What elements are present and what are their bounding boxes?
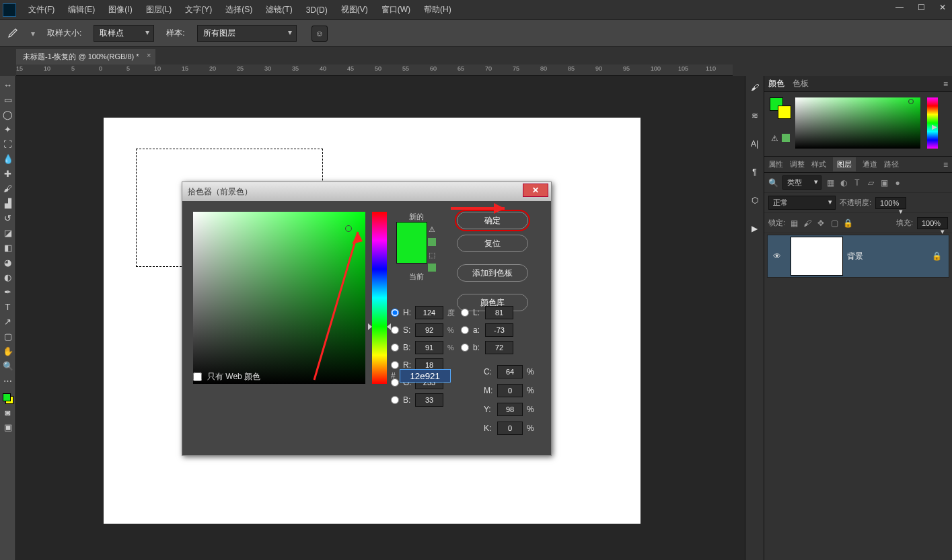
edit-toolbar-icon[interactable]: ⋯ <box>1 374 15 387</box>
radio-a[interactable] <box>461 326 469 334</box>
brushes-panel-icon[interactable]: ≋ <box>749 110 761 122</box>
hand-tool-icon[interactable]: ✋ <box>1 345 15 358</box>
tab-swatches[interactable]: 色板 <box>793 78 809 89</box>
web-only-checkbox[interactable] <box>193 372 202 381</box>
color-swatch[interactable] <box>3 393 13 404</box>
input-h[interactable] <box>415 306 443 319</box>
radio-l[interactable] <box>461 309 469 317</box>
tab-adjustments[interactable]: 调整 <box>790 159 805 169</box>
sample-size-dropdown[interactable]: 取样点 <box>94 25 154 42</box>
dialog-titlebar[interactable]: 拾色器（前景色） ✕ <box>182 182 551 201</box>
blur-tool-icon[interactable]: ◕ <box>1 256 15 269</box>
3d-panel-icon[interactable]: ⬡ <box>749 194 761 206</box>
filter-type-icon[interactable]: T <box>852 178 862 188</box>
filter-toggle-icon[interactable]: ● <box>893 178 902 188</box>
gamut-closest-swatch[interactable] <box>428 238 436 246</box>
layer-thumbnail[interactable] <box>791 237 843 276</box>
ok-button[interactable]: 确定 <box>457 212 528 229</box>
zoom-tool-icon[interactable]: 🔍 <box>1 360 15 372</box>
screen-mode-icon[interactable]: ▣ <box>1 421 15 434</box>
stamp-tool-icon[interactable]: ▟ <box>1 197 15 210</box>
input-lab-b[interactable] <box>485 341 513 354</box>
shape-tool-icon[interactable]: ▢ <box>1 330 15 343</box>
visibility-icon[interactable]: 👁 <box>768 251 786 261</box>
tab-styles[interactable]: 样式 <box>811 159 826 169</box>
menu-filter[interactable]: 滤镜(T) <box>259 1 299 18</box>
brush-tool-icon[interactable]: 🖌 <box>1 182 15 195</box>
close-icon[interactable]: ✕ <box>936 3 949 12</box>
hue-slider[interactable] <box>372 212 387 384</box>
marquee-tool-icon[interactable]: ▭ <box>1 93 15 106</box>
history-brush-icon[interactable]: ↺ <box>1 212 15 225</box>
menu-image[interactable]: 图像(I) <box>102 1 139 18</box>
wand-tool-icon[interactable]: ✦ <box>1 123 15 136</box>
color-field[interactable] <box>795 97 920 149</box>
menu-layer[interactable]: 图层(L) <box>139 1 179 18</box>
radio-b2[interactable] <box>391 396 399 404</box>
show-sampling-ring-icon[interactable]: ☺ <box>312 26 328 42</box>
lock-trans-icon[interactable]: ▦ <box>789 218 799 228</box>
gamut-warning-icon[interactable]: ⚠ <box>427 225 437 234</box>
menu-file[interactable]: 文件(F) <box>22 1 61 18</box>
heal-tool-icon[interactable]: ✚ <box>1 167 15 180</box>
lock-icon[interactable]: 🔒 <box>932 251 942 261</box>
minimize-icon[interactable]: — <box>893 3 906 12</box>
menu-help[interactable]: 帮助(H) <box>417 1 458 18</box>
maximize-icon[interactable]: ☐ <box>914 3 928 12</box>
lock-pos-icon[interactable]: ✥ <box>816 218 826 228</box>
filter-smart-icon[interactable]: ▣ <box>879 178 889 188</box>
pen-tool-icon[interactable]: ✒ <box>1 286 15 298</box>
eyedropper-tool-icon[interactable] <box>5 27 19 40</box>
websafe-swatch[interactable] <box>428 264 436 272</box>
layer-name[interactable]: 背景 <box>847 251 932 262</box>
reset-button[interactable]: 复位 <box>457 235 528 252</box>
input-a[interactable] <box>485 323 513 337</box>
input-c[interactable] <box>497 365 523 378</box>
quickmask-icon[interactable]: ◙ <box>1 406 15 419</box>
lock-artboard-icon[interactable]: ▢ <box>830 218 839 228</box>
gradient-tool-icon[interactable]: ◧ <box>1 241 15 254</box>
path-tool-icon[interactable]: ↗ <box>1 315 15 328</box>
input-y[interactable] <box>497 403 523 416</box>
radio-b[interactable] <box>391 344 399 352</box>
filter-shape-icon[interactable]: ▱ <box>866 178 875 188</box>
input-k[interactable] <box>497 422 523 435</box>
crop-tool-icon[interactable]: ⛶ <box>1 138 15 151</box>
menu-type[interactable]: 文字(Y) <box>178 1 219 18</box>
panel-menu-icon[interactable]: ≡ <box>943 79 948 89</box>
radio-r[interactable] <box>391 361 399 369</box>
tab-channels[interactable]: 通道 <box>863 159 877 169</box>
dialog-close-button[interactable]: ✕ <box>523 184 548 197</box>
opacity-value[interactable]: 100% <box>875 197 906 209</box>
tab-layers[interactable]: 图层 <box>833 157 856 171</box>
eraser-tool-icon[interactable]: ◪ <box>1 227 15 239</box>
close-tab-icon[interactable]: × <box>147 51 151 59</box>
cube-icon[interactable]: ⬚ <box>427 250 437 259</box>
radio-lab-b[interactable] <box>461 344 469 352</box>
saturation-value-field[interactable] <box>193 212 365 384</box>
eyedropper-tool-icon[interactable]: 💧 <box>1 153 15 165</box>
document-tab[interactable]: 未标题-1-恢复的 @ 100%(RGB/8) * × <box>16 49 155 65</box>
input-l[interactable] <box>485 306 513 319</box>
tab-properties[interactable]: 属性 <box>768 159 783 169</box>
move-tool-icon[interactable]: ↔ <box>1 79 15 91</box>
paragraph-panel-icon[interactable]: ¶ <box>749 166 761 178</box>
new-color-swatch[interactable] <box>397 223 427 243</box>
input-m[interactable] <box>497 384 523 397</box>
menu-view[interactable]: 视图(V) <box>334 1 375 18</box>
play-panel-icon[interactable]: ▶ <box>749 223 761 235</box>
lock-all-icon[interactable]: 🔒 <box>843 218 852 228</box>
fill-value[interactable]: 100% <box>917 217 948 229</box>
lasso-tool-icon[interactable]: ◯ <box>1 108 15 121</box>
tab-paths[interactable]: 路径 <box>884 159 899 169</box>
tab-color[interactable]: 颜色 <box>768 78 784 89</box>
current-color-swatch[interactable] <box>397 243 427 263</box>
add-swatch-button[interactable]: 添加到色板 <box>457 264 528 282</box>
brush-panel-icon[interactable]: 🖌 <box>749 81 761 93</box>
dodge-tool-icon[interactable]: ◐ <box>1 271 15 284</box>
filter-pixel-icon[interactable]: ▦ <box>826 178 835 188</box>
radio-h[interactable] <box>391 309 399 317</box>
gamut-warning-icon[interactable]: ⚠ <box>771 134 778 143</box>
input-s[interactable] <box>415 323 443 337</box>
menu-edit[interactable]: 编辑(E) <box>61 1 102 18</box>
